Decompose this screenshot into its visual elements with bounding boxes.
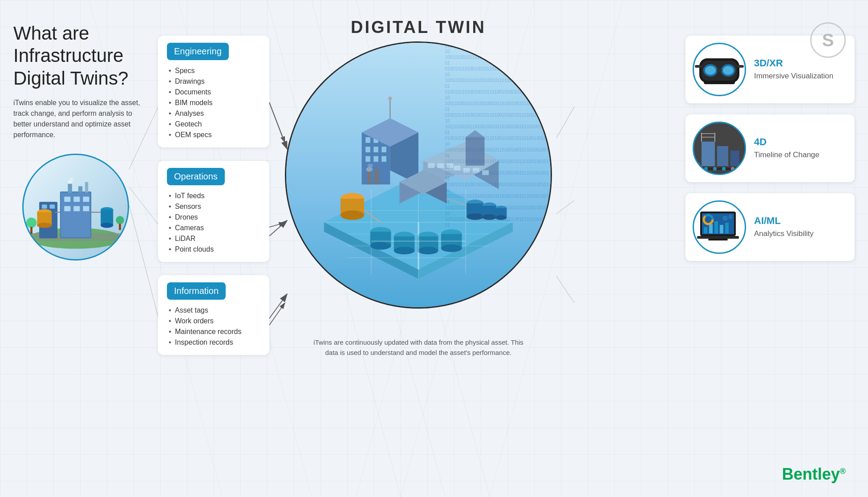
svg-rect-113	[367, 170, 371, 184]
svg-point-46	[116, 216, 124, 224]
svg-rect-153	[720, 225, 723, 233]
vr-headset-icon	[695, 45, 744, 94]
list-item: Work orders	[167, 316, 260, 326]
svg-rect-141	[697, 167, 742, 170]
4d-timeline-icon	[695, 124, 744, 173]
list-item: Asset tags	[167, 305, 260, 316]
list-item: IoT feeds	[167, 191, 260, 201]
svg-rect-129	[717, 69, 722, 72]
svg-rect-26	[73, 206, 80, 212]
svg-point-126	[705, 66, 716, 75]
list-item: OEM specs	[167, 130, 260, 140]
svg-point-103	[370, 242, 391, 250]
engineering-list: Specs Drawings Documents BIM models Anal…	[167, 65, 260, 140]
information-list: Asset tags Work orders Maintenance recor…	[167, 305, 260, 348]
svg-rect-114	[375, 168, 378, 184]
list-item: LiDAR	[167, 233, 260, 244]
svg-rect-30	[50, 204, 55, 208]
aiml-card: AI/ML Analytics Visibility	[685, 193, 855, 261]
svg-rect-72	[381, 156, 386, 162]
svg-rect-22	[64, 197, 70, 202]
svg-rect-154	[725, 223, 729, 233]
svg-rect-23	[73, 197, 80, 202]
svg-point-115	[366, 167, 373, 172]
operations-header: Operations	[167, 168, 225, 185]
svg-rect-64	[365, 137, 370, 143]
4d-text: 4D Timeline of Change	[754, 136, 819, 160]
list-item: Specs	[167, 65, 260, 76]
list-item: Geotech	[167, 119, 260, 130]
aiml-text: AI/ML Analytics Visibility	[754, 215, 814, 239]
aiml-title: AI/ML	[754, 215, 814, 227]
operations-list: IoT feeds Sensors Drones Cameras LiDAR P…	[167, 191, 260, 255]
engineering-header: Engineering	[167, 43, 229, 60]
svg-point-36	[101, 223, 113, 228]
main-container: What are Infrastructure Digital Twins? i…	[0, 0, 868, 497]
list-item: Sensors	[167, 201, 260, 212]
bentley-logo: Bentley®	[782, 465, 846, 484]
svg-rect-70	[365, 156, 370, 162]
categories-section: Engineering Specs Drawings Documents BIM…	[158, 27, 269, 368]
svg-rect-80	[437, 163, 444, 168]
svg-rect-151	[709, 224, 713, 233]
4d-card: 4D Timeline of Change	[685, 114, 855, 182]
svg-rect-24	[83, 197, 89, 202]
svg-point-145	[731, 167, 734, 171]
svg-point-33	[37, 223, 52, 228]
svg-point-128	[723, 66, 734, 75]
svg-rect-68	[373, 147, 378, 152]
list-item: Documents	[167, 87, 260, 98]
svg-rect-152	[714, 221, 718, 233]
subtitle: iTwins enable you to visualize the asset…	[13, 98, 151, 140]
right-section: 3D/XR Immersive Visualization	[685, 36, 855, 272]
3dxr-circle	[693, 43, 746, 96]
engineering-box: Engineering Specs Drawings Documents BIM…	[158, 36, 269, 147]
svg-rect-157	[697, 236, 739, 239]
data-background: 0100101101001001011010010100101101001001…	[445, 43, 551, 307]
3dxr-text: 3D/XR Immersive Visualization	[754, 57, 833, 81]
svg-rect-79	[428, 163, 434, 168]
svg-rect-71	[373, 156, 378, 162]
digital-twin-caption: iTwins are continuously updated with dat…	[307, 338, 530, 358]
operations-box: Operations IoT feeds Sensors Drones Came…	[158, 161, 269, 262]
svg-point-109	[418, 247, 438, 254]
list-item: Analyses	[167, 108, 260, 119]
aiml-description: Analytics Visibility	[754, 228, 814, 239]
svg-point-75	[388, 97, 392, 100]
svg-point-116	[367, 164, 373, 167]
svg-point-159	[722, 216, 728, 221]
svg-point-146	[738, 167, 741, 171]
svg-point-43	[69, 177, 73, 180]
list-item: Inspection records	[167, 337, 260, 348]
svg-rect-27	[83, 206, 89, 212]
information-header: Information	[167, 282, 226, 300]
svg-point-42	[67, 180, 73, 184]
svg-rect-134	[702, 142, 715, 166]
svg-point-91	[341, 211, 364, 220]
svg-rect-67	[365, 147, 370, 152]
digital-twin-section: DIGITAL TWIN 010010110100100101101001010…	[276, 13, 561, 361]
4d-description: Timeline of Change	[754, 150, 819, 160]
aiml-circle	[693, 200, 746, 254]
svg-rect-47	[119, 224, 121, 230]
3dxr-description: Immersive Visualization	[754, 71, 833, 81]
svg-point-144	[722, 167, 726, 171]
list-item: BIM models	[167, 98, 260, 108]
svg-rect-45	[30, 227, 32, 234]
svg-point-106	[394, 247, 415, 254]
4d-title: 4D	[754, 136, 819, 148]
digital-twin-circle-container: 0100101101001001011010010100101101001001…	[285, 41, 552, 318]
svg-rect-130	[695, 65, 702, 68]
facility-illustration	[24, 155, 128, 259]
svg-rect-131	[737, 65, 744, 68]
svg-rect-39	[68, 184, 72, 193]
digital-twin-title: DIGITAL TWIN	[276, 18, 561, 37]
asset-circle	[22, 154, 129, 261]
list-item: Drones	[167, 212, 260, 223]
laptop-analytics-icon	[695, 203, 744, 252]
main-title: What are Infrastructure Digital Twins?	[13, 22, 151, 90]
svg-point-44	[26, 218, 37, 228]
svg-rect-69	[381, 147, 386, 152]
svg-rect-135	[717, 146, 728, 166]
3dxr-title: 3D/XR	[754, 57, 833, 69]
